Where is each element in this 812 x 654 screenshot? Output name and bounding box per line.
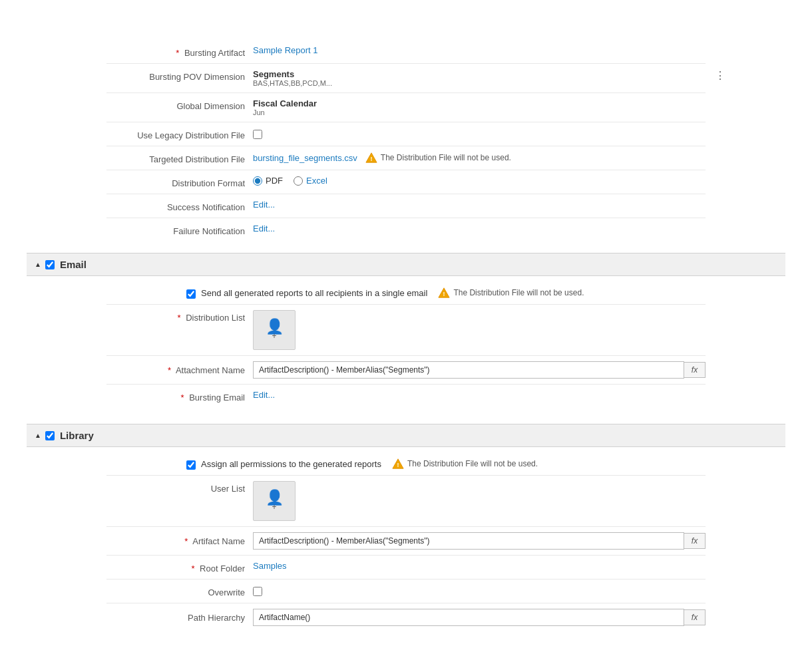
dist-list-value-col: 👤 +	[253, 310, 706, 350]
user-list-value-col: 👤 +	[253, 481, 706, 521]
dist-list-required: *	[177, 313, 180, 323]
email-section-content: Send all generated reports to all recipi…	[106, 276, 706, 413]
global-bold-value: Fiscal Calendar	[253, 98, 317, 108]
success-edit-link[interactable]: Edit...	[253, 200, 275, 210]
library-section-header[interactable]: ▲ Library	[27, 424, 785, 447]
pov-dimension-row: Segments BAS,HTAS,BB,PCD,M... ⋮	[253, 69, 706, 87]
legacy-file-checkbox[interactable]	[253, 130, 262, 139]
bursting-email-value-col: Edit...	[253, 390, 706, 400]
assign-all-warning-icon: !	[392, 458, 404, 470]
svg-text:!: !	[370, 156, 372, 162]
assign-all-value-col: Assign all permissions to the generated …	[186, 458, 706, 470]
required-star: *	[176, 48, 179, 58]
send-all-label: Send all generated reports to all recipi…	[201, 288, 427, 298]
user-list-row: User List 👤 +	[106, 476, 706, 527]
assign-all-warning-text: The Distribution File will not be used.	[407, 459, 538, 468]
path-hierarchy-fx-button[interactable]: fx	[684, 609, 706, 625]
failure-notification-value-col: Edit...	[253, 224, 706, 234]
legacy-file-label: Use Legacy Distribution File	[106, 128, 253, 140]
pov-sub-value: BAS,HTAS,BB,PCD,M...	[253, 79, 706, 87]
assign-all-row: Assign all permissions to the generated …	[106, 452, 706, 476]
path-hierarchy-input[interactable]	[253, 609, 684, 626]
assign-all-spacer	[106, 458, 186, 460]
svg-text:!: !	[443, 291, 445, 297]
path-hierarchy-row: Path Hierarchy fx	[106, 603, 706, 631]
bursting-artifact-row: * Bursting Artifact Sample Report 1	[106, 40, 706, 64]
svg-text:!: !	[397, 462, 399, 468]
overwrite-value-col	[253, 585, 706, 596]
more-options-icon[interactable]: ⋮	[715, 69, 725, 82]
root-folder-label: * Root Folder	[106, 561, 253, 573]
distribution-format-label: Distribution Format	[106, 176, 253, 188]
global-dimension-label: Global Dimension	[106, 98, 253, 111]
legacy-file-row: Use Legacy Distribution File	[106, 122, 706, 146]
radio-pdf[interactable]	[253, 176, 262, 186]
global-dimension-value-col: Fiscal Calendar Jun	[253, 98, 706, 116]
dist-list-button[interactable]: 👤 +	[253, 310, 296, 350]
send-all-warning-icon: !	[438, 287, 450, 299]
targeted-file-link[interactable]: bursting_file_segments.csv	[253, 153, 357, 163]
radio-excel-item[interactable]: Excel	[294, 176, 327, 186]
bursting-email-row: * Bursting Email Edit...	[106, 385, 706, 408]
user-list-button[interactable]: 👤 +	[253, 481, 296, 521]
targeted-file-value-col: bursting_file_segments.csv ! The Distrib…	[253, 152, 706, 164]
assign-all-warning: ! The Distribution File will not be used…	[392, 458, 538, 470]
attachment-input-row: fx	[253, 361, 706, 379]
root-folder-value-col: Samples	[253, 561, 706, 571]
user-plus-icon: +	[272, 502, 276, 512]
library-section-checkbox[interactable]	[45, 431, 55, 440]
attachment-fx-button[interactable]: fx	[684, 362, 706, 378]
overwrite-checkbox[interactable]	[253, 587, 262, 596]
path-hierarchy-value-col: fx	[253, 609, 706, 626]
send-all-label-spacer	[106, 287, 186, 289]
artifact-name-value-col: fx	[253, 532, 706, 550]
send-all-row: Send all generated reports to all recipi…	[106, 281, 706, 305]
bursting-email-edit-link[interactable]: Edit...	[253, 390, 275, 400]
targeted-file-warning: ! The Distribution File will not be used…	[365, 152, 511, 164]
email-section-checkbox[interactable]	[45, 260, 55, 269]
failure-notification-row: Failure Notification Edit...	[106, 218, 706, 242]
root-folder-required: *	[191, 564, 194, 573]
bursting-email-required: *	[181, 393, 184, 403]
overwrite-row: Overwrite	[106, 579, 706, 603]
bursting-artifact-value-col: Sample Report 1	[253, 45, 706, 55]
bursting-pov-value-col: Segments BAS,HTAS,BB,PCD,M... ⋮	[253, 69, 706, 87]
failure-edit-link[interactable]: Edit...	[253, 224, 275, 234]
global-dimension-row: Global Dimension Fiscal Calendar Jun	[106, 93, 706, 122]
attachment-name-row: * Attachment Name fx	[106, 356, 706, 385]
failure-notification-label: Failure Notification	[106, 224, 253, 236]
path-hierarchy-label: Path Hierarchy	[106, 609, 253, 623]
radio-pdf-label: PDF	[266, 176, 283, 186]
bursting-pov-row: Bursting POV Dimension Segments BAS,HTAS…	[106, 64, 706, 93]
user-list-label: User List	[106, 481, 253, 494]
pov-dimension-content: Segments BAS,HTAS,BB,PCD,M...	[253, 69, 706, 87]
warning-icon: !	[365, 152, 377, 164]
dist-list-row: * Distribution List 👤 +	[106, 305, 706, 356]
artifact-name-input[interactable]	[253, 532, 684, 550]
radio-pdf-item[interactable]: PDF	[253, 176, 283, 186]
targeted-warning-text: The Distribution File will not be used.	[381, 153, 511, 162]
send-all-checkbox[interactable]	[186, 289, 196, 299]
bursting-artifact-label: * Bursting Artifact	[106, 45, 253, 58]
targeted-file-label: Targeted Distribution File	[106, 152, 253, 164]
pov-bold-value: Segments	[253, 69, 706, 79]
assign-all-label: Assign all permissions to the generated …	[201, 459, 381, 469]
attachment-name-label: * Attachment Name	[106, 361, 253, 375]
root-folder-link[interactable]: Samples	[253, 561, 287, 571]
attachment-required: *	[168, 365, 171, 375]
library-section-title: Library	[60, 430, 94, 441]
radio-excel[interactable]	[294, 176, 303, 186]
attachment-name-input[interactable]	[253, 361, 684, 379]
targeted-file-row: Targeted Distribution File bursting_file…	[106, 146, 706, 170]
bursting-artifact-link[interactable]: Sample Report 1	[253, 45, 318, 55]
artifact-name-required: *	[184, 536, 188, 546]
artifact-name-fx-button[interactable]: fx	[684, 533, 706, 549]
artifact-name-row: * Artifact Name fx	[106, 527, 706, 556]
success-notification-row: Success Notification Edit...	[106, 194, 706, 218]
assign-all-checkbox[interactable]	[186, 460, 196, 470]
bursting-pov-label: Bursting POV Dimension	[106, 69, 253, 82]
email-section-header[interactable]: ▲ Email	[27, 253, 785, 276]
path-hierarchy-input-row: fx	[253, 609, 706, 626]
bursting-email-label: * Bursting Email	[106, 390, 253, 403]
send-all-warning-text: The Distribution File will not be used.	[453, 288, 584, 297]
